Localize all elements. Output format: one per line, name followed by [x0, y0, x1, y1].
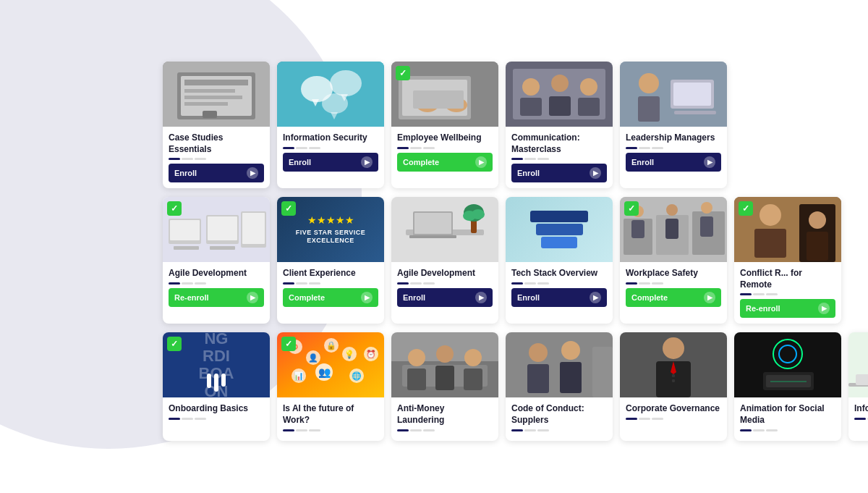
svg-point-31: [639, 73, 659, 93]
course-grid: Case Studies Essentials Enroll ▶: [163, 62, 868, 441]
svg-rect-44: [210, 246, 235, 250]
svg-rect-121: [856, 374, 868, 385]
card-workplace-safety: ✓ Workplac: [620, 197, 727, 324]
card-image-infograph-bootcamp: [848, 332, 868, 397]
card-image-leadership-managers: [620, 62, 727, 127]
enroll-button-tech-stack-overview[interactable]: Enroll ▶: [511, 288, 607, 307]
enroll-label-info-sec: Enroll: [289, 158, 311, 167]
checkmark-badge-conflict-remote: ✓: [739, 201, 753, 216]
svg-rect-26: [549, 96, 571, 116]
svg-rect-48: [414, 213, 451, 234]
dot: [182, 158, 193, 160]
svg-point-99: [529, 343, 548, 362]
dot: [626, 147, 637, 149]
card-dots-info-sec: [283, 147, 378, 149]
svg-rect-97: [464, 368, 482, 390]
card-dots-animation: [740, 429, 835, 431]
card-anti-money-laundering: Anti-Money Laundering: [391, 332, 498, 440]
dot: [524, 158, 536, 160]
dot: [753, 293, 765, 295]
card-dots-tech-stack: [511, 282, 607, 285]
dot: [296, 282, 307, 285]
card-body-ai-future: Is AI the future of Work?: [277, 397, 384, 440]
card-title-case-studies: Case Studies Essentials: [169, 132, 264, 155]
reenroll-label-agile-1: Re-enroll: [174, 293, 209, 302]
svg-rect-93: [407, 368, 426, 390]
card-information-security: Information Security Enroll ▶: [277, 62, 384, 188]
svg-rect-5: [184, 96, 242, 99]
svg-rect-20: [413, 90, 464, 109]
svg-text:👤: 👤: [308, 353, 318, 363]
dot: [195, 418, 206, 420]
card-image-anti-money-laundering: [391, 332, 498, 397]
svg-text:👥: 👥: [318, 366, 331, 379]
dot: [296, 147, 307, 149]
dot: [397, 429, 409, 431]
svg-point-25: [551, 75, 569, 92]
card-dots-onboarding: [169, 418, 264, 420]
card-dots-leadership: [626, 147, 721, 149]
card-dots-workplace-safety: [626, 282, 721, 285]
card-title-employee-wellbeing: Employee Wellbeing: [397, 132, 493, 144]
card-dots-ai-future: [283, 429, 378, 431]
reenroll-button-conflict-remote[interactable]: Re-enroll ▶: [740, 299, 835, 318]
card-image-tech-stack-overview: [506, 197, 613, 262]
card-image-corporate-governance: [620, 332, 727, 397]
dot: [537, 429, 549, 431]
svg-rect-40: [208, 216, 237, 240]
card-title-ai-future: Is AI the future of Work?: [283, 403, 378, 426]
card-agile-development-2: Agile Development Enroll ▶: [391, 197, 498, 324]
enroll-label-case-studies: Enroll: [174, 169, 197, 177]
card-title-communication-masterclass: Communication: Masterclass: [511, 132, 607, 155]
card-title-workplace-safety: Workplace Safety: [626, 268, 721, 279]
complete-arrow-employee-wellbeing: ▶: [475, 156, 487, 168]
svg-point-63: [701, 202, 712, 214]
enroll-button-information-security[interactable]: Enroll ▶: [283, 153, 378, 172]
dot: [397, 147, 409, 149]
complete-button-workplace-safety[interactable]: Complete ▶: [626, 288, 721, 307]
complete-button-employee-wellbeing[interactable]: Complete ▶: [397, 153, 493, 172]
dot: [410, 147, 422, 149]
dot: [753, 429, 765, 431]
card-image-communication-masterclass: [506, 62, 613, 127]
enroll-button-leadership-managers[interactable]: Enroll ▶: [626, 153, 721, 172]
reenroll-arrow-agile-1: ▶: [247, 292, 258, 303]
card-body-leadership-managers: Leadership Managers Enroll ▶: [620, 127, 727, 177]
card-dots-infograph: [854, 418, 868, 420]
card-body-information-security: Information Security Enroll ▶: [277, 127, 384, 177]
enroll-button-case-studies[interactable]: Enroll ▶: [169, 164, 264, 182]
card-title-anti-money-laundering: Anti-Money Laundering: [397, 403, 493, 426]
enroll-arrow-agile-2: ▶: [475, 292, 487, 303]
reenroll-button-agile-1[interactable]: Re-enroll ▶: [169, 288, 264, 307]
enroll-label-communication: Enroll: [517, 169, 540, 177]
card-image-svg-code-conduct: [506, 332, 613, 397]
enroll-button-communication-masterclass[interactable]: Enroll ▶: [511, 164, 607, 182]
svg-text:📊: 📊: [294, 371, 304, 381]
enroll-button-agile-2[interactable]: Enroll ▶: [397, 288, 493, 307]
svg-rect-4: [184, 89, 235, 93]
svg-rect-6: [184, 102, 228, 106]
card-tech-stack-overview: Tech Stack Overview Enroll ▶: [506, 197, 613, 324]
dot: [283, 147, 294, 149]
svg-rect-116: [848, 332, 868, 397]
card-body-tech-stack-overview: Tech Stack Overview Enroll ▶: [506, 262, 613, 313]
svg-text:⏰: ⏰: [366, 349, 376, 359]
dot: [652, 147, 663, 149]
card-body-case-studies: Case Studies Essentials Enroll ▶: [163, 127, 270, 188]
dot: [410, 282, 422, 285]
complete-arrow-workplace-safety: ▶: [704, 292, 715, 303]
five-star-stars: ★★★★★: [307, 214, 354, 226]
dot: [766, 293, 778, 295]
card-title-client-experience: Client Experience: [283, 268, 378, 279]
svg-rect-103: [592, 347, 613, 397]
dot: [169, 282, 180, 285]
card-image-animation-social-media: [734, 332, 841, 397]
dot: [169, 158, 180, 160]
dot: [182, 282, 193, 285]
complete-button-client-experience[interactable]: Complete ▶: [283, 288, 378, 307]
card-title-corporate-governance: Corporate Governance: [626, 403, 721, 415]
svg-rect-7: [203, 111, 217, 118]
card-title-animation-social-media: Animation for Social Media: [740, 403, 835, 426]
dot: [283, 282, 294, 285]
card-body-code-of-conduct: Code of Conduct: Supplers: [506, 397, 613, 440]
